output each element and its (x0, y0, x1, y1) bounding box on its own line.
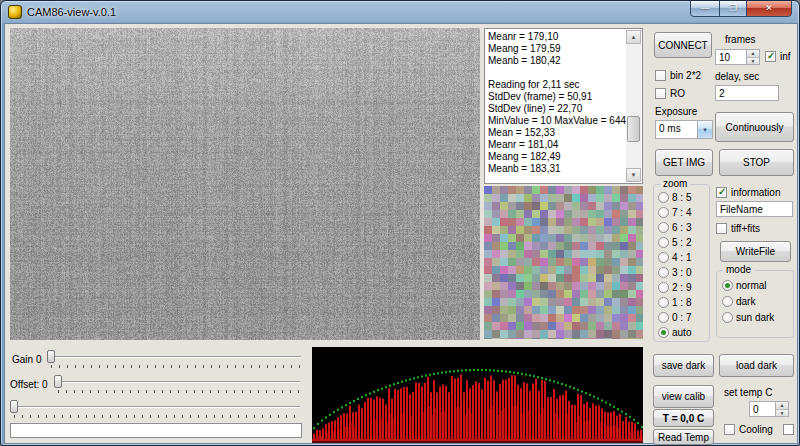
zoom-option-0[interactable]: 8 : 5 (658, 192, 691, 203)
tiff-fits-checkbox[interactable]: tiff+fits (716, 223, 760, 234)
offset-slider[interactable] (54, 373, 302, 395)
zoom-radio[interactable] (658, 297, 669, 308)
get-img-button[interactable]: GET IMG (655, 149, 713, 176)
log-line: Meanr = 179,10 (488, 31, 625, 43)
scroll-up-button[interactable]: ▲ (626, 30, 641, 44)
gain-slider-groove (49, 356, 301, 358)
continuously-button[interactable]: Continuously (715, 112, 794, 142)
frames-down-button[interactable]: ▼ (747, 57, 759, 65)
set-temp-input[interactable] (749, 401, 776, 417)
close-button[interactable]: ✕ (746, 0, 792, 17)
delay-input[interactable] (715, 85, 779, 101)
gain-slider-thumb[interactable] (47, 350, 55, 363)
zoom-option-4[interactable]: 4 : 1 (658, 252, 691, 263)
mode-option-dark[interactable]: dark (722, 296, 755, 307)
log-line: MinValue = 10 MaxValue = 644 (488, 115, 625, 127)
mode-option-sun-dark[interactable]: sun dark (722, 312, 774, 323)
frames-updown: ▲ ▼ (747, 49, 760, 65)
spin-down-icon: ▼ (751, 58, 756, 64)
ro-checkbox-box[interactable] (655, 88, 666, 99)
zoom-option-3[interactable]: 5 : 2 (658, 237, 691, 248)
bin-checkbox[interactable]: bin 2*2 (655, 70, 701, 81)
frames-spinner[interactable]: ▲ ▼ (715, 49, 760, 65)
mode-radio[interactable] (722, 312, 733, 323)
maximize-button[interactable]: ❐ (719, 0, 747, 17)
balance-slider[interactable] (10, 398, 302, 420)
stop-button[interactable]: STOP (719, 149, 794, 176)
exposure-dropdown-button[interactable]: ▼ (697, 121, 712, 138)
cooling-checkbox-box[interactable] (724, 424, 735, 435)
zoom-radio[interactable] (658, 252, 669, 263)
dropdown-icon: ▼ (702, 127, 708, 133)
zoom-radio[interactable] (658, 282, 669, 293)
scroll-down-button[interactable]: ▼ (626, 168, 641, 182)
zoom-option-auto[interactable]: auto (658, 327, 691, 338)
view-calib-button[interactable]: view calib (653, 385, 714, 408)
cooling-checkbox[interactable]: Cooling (724, 424, 773, 435)
zoom-option-label: 0 : 7 (672, 312, 691, 323)
zoom-option-label: 4 : 1 (672, 252, 691, 263)
tiff-fits-checkbox-box[interactable] (716, 223, 727, 234)
zoom-radio[interactable] (658, 267, 669, 278)
set-temp-down-button[interactable]: ▼ (776, 409, 788, 417)
log-line: Meanb = 183,31 (488, 163, 625, 175)
minimize-button[interactable]: — (690, 0, 720, 17)
set-temp-updown: ▲ ▼ (776, 401, 789, 417)
spin-down-icon: ▼ (780, 410, 785, 416)
log-line: Mean = 152,33 (488, 127, 625, 139)
filename-input[interactable] (716, 201, 793, 217)
log-line: StdDev (frame) = 50,91 (488, 91, 625, 103)
zoom-group-label: zoom (660, 178, 690, 189)
mode-radio[interactable] (722, 280, 733, 291)
mode-option-normal[interactable]: normal (722, 280, 767, 291)
read-temp-button[interactable]: Read Temp (653, 429, 714, 445)
titlebar[interactable]: CAM86-view-v.0.1 (1, 1, 799, 23)
ro-checkbox[interactable]: RO (655, 88, 685, 99)
zoom-option-7[interactable]: 1 : 8 (658, 297, 691, 308)
inf-checkbox[interactable]: inf (765, 51, 791, 62)
mode-radio[interactable] (722, 296, 733, 307)
scroll-thumb[interactable] (627, 116, 640, 142)
gain-slider[interactable] (47, 348, 303, 370)
zoom-option-6[interactable]: 2 : 9 (658, 282, 691, 293)
zoom-radio[interactable] (658, 312, 669, 323)
information-checkbox-box[interactable] (716, 187, 727, 198)
zoom-radio[interactable] (658, 192, 669, 203)
minimize-icon: — (701, 4, 710, 13)
gain-slider-ticks (51, 365, 301, 368)
zoom-radio[interactable] (658, 222, 669, 233)
ro-checkbox-label: RO (670, 88, 685, 99)
save-dark-button[interactable]: save dark (653, 354, 714, 377)
maximize-icon: ❐ (729, 4, 737, 13)
progress-bar (10, 423, 302, 438)
connect-button[interactable]: CONNECT (654, 32, 712, 58)
bin-checkbox-box[interactable] (655, 70, 666, 81)
scroll-track[interactable] (626, 44, 641, 168)
exposure-value: 0 ms (656, 121, 697, 138)
balance-slider-thumb[interactable] (10, 400, 18, 413)
write-file-button[interactable]: WriteFile (720, 241, 791, 262)
zoom-option-8[interactable]: 0 : 7 (658, 312, 691, 323)
log-line (488, 67, 625, 79)
zoom-radio[interactable] (658, 327, 669, 338)
zoom-option-5[interactable]: 3 : 0 (658, 267, 691, 278)
inf-checkbox-box[interactable] (765, 51, 776, 62)
set-temp-spinner[interactable]: ▲ ▼ (749, 401, 789, 417)
zoom-option-1[interactable]: 7 : 4 (658, 207, 691, 218)
main-image[interactable] (10, 28, 480, 340)
information-checkbox[interactable]: information (716, 187, 780, 198)
zoom-option-label: 7 : 4 (672, 207, 691, 218)
zoom-radio[interactable] (658, 237, 669, 248)
zoom-radio[interactable] (658, 207, 669, 218)
frames-input[interactable] (715, 49, 747, 65)
log-scrollbar[interactable]: ▲ ▼ (626, 30, 641, 182)
zoom-option-2[interactable]: 6 : 3 (658, 222, 691, 233)
delay-label: delay, sec (715, 71, 759, 82)
balance-slider-groove (12, 406, 300, 408)
load-dark-button[interactable]: load dark (719, 354, 794, 377)
close-icon: ✕ (765, 4, 773, 13)
exposure-select[interactable]: 0 ms ▼ (655, 120, 713, 139)
window-title: CAM86-view-v.0.1 (27, 6, 116, 18)
stats-log: Meanr = 179,10 Meang = 179,59 Meanb = 18… (484, 28, 643, 184)
offset-slider-thumb[interactable] (54, 375, 62, 388)
